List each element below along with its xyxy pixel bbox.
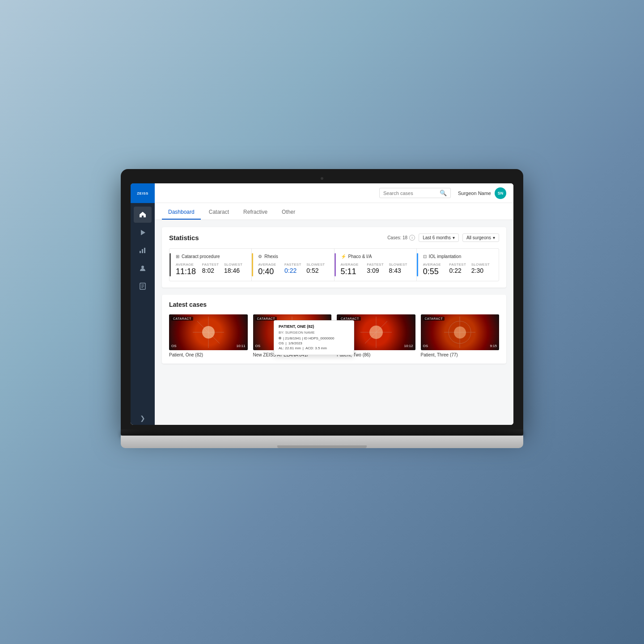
tooltip-eye-row: OS | 1/9/2023 [279,341,349,345]
phaco-name: Phaco & I/A [348,254,372,259]
logo-text: ZEISS [137,191,148,195]
sidebar-item-notes[interactable] [134,278,152,294]
metric-card-cataract: ⊞ Cataract procedure AVERAGE 11:18 [169,249,251,281]
iol-name: IOL implantation [429,254,461,259]
tab-dashboard[interactable]: Dashboard [162,205,201,220]
iol-avg-value: 0:55 [423,267,449,275]
user-name: Surgeon Name [458,191,491,196]
rhexis-avg-label: AVERAGE [258,263,284,267]
user-avatar[interactable]: SN [495,187,506,199]
sidebar-item-users[interactable] [134,260,152,276]
rhexis-slow-label: SLOWEST [306,263,327,267]
rhexis-title-row: ⚙ Rhexis [258,254,327,259]
case-4-duration: 9:15 [490,344,497,348]
sidebar-item-play[interactable] [134,225,152,241]
rhexis-name: Rhexis [264,254,278,259]
phaco-slow-value: 8:43 [389,267,410,274]
tab-refractive[interactable]: Refractive [237,205,274,220]
header: 🔍 Surgeon Name SN [155,183,513,203]
case-4-eye: OS [423,344,428,348]
sidebar-expand-button[interactable]: ❯ [131,411,155,425]
user-initials: SN [498,191,504,195]
case-4-badge: CATARACT [423,317,445,321]
tooltip-acd-separator: | [303,346,304,350]
svg-rect-0 [140,251,141,253]
rhexis-fastest: FASTEST 0:22 [284,263,305,275]
tooltip-eye: OS [279,341,284,345]
tab-cataract[interactable]: Cataract [203,205,235,220]
app-logo: ZEISS [131,183,155,203]
fast-label: FASTEST [202,263,223,267]
cases-label: Cases: 18 [387,235,407,240]
case-thumbnail-1: CATARACT OS 10:11 [169,314,248,350]
cataract-bar [169,253,171,276]
content-area: Statistics Cases: 18 i Last 6 months ▾ [155,220,513,425]
tabs-bar: Dashboard Cataract Refractive Other [155,203,513,220]
cataract-slowest: SLOWEST 18:46 [224,263,245,275]
iol-slowest: SLOWEST 2:30 [471,263,492,275]
search-icon[interactable]: 🔍 [440,190,447,196]
cataract-icon: ⊞ [176,254,179,259]
time-period-chevron: ▾ [453,235,455,240]
user-area: Surgeon Name SN [458,187,506,199]
phaco-slowest: SLOWEST 8:43 [389,263,410,275]
rhexis-slow-value: 0:52 [306,267,327,274]
latest-cases-title: Latest cases [169,301,499,308]
iol-avg-label: AVERAGE [423,263,449,267]
case-thumbnail-4: CATARACT OS 9:15 [421,314,500,350]
patient-tooltip: PATIENT, ONE (82) BY: SURGEON NAME | 21/… [274,320,354,355]
laptop-hinge [121,429,523,436]
phaco-avg-value: 5:11 [341,267,366,275]
phaco-icon: ⚡ [341,254,346,259]
sidebar-item-home[interactable] [134,207,152,223]
tooltip-measurements-row: AL: 22.61 mm | ACD: 3.5 mm [279,346,349,350]
sidebar-item-analytics[interactable] [134,242,152,258]
tooltip-dob: | 21/8/1941 | ID HDPS_0000000 [283,336,334,340]
case-1-badge: CATARACT [171,317,193,321]
fast-value: 8:02 [202,267,223,274]
stats-cases-count: Cases: 18 i [387,235,415,241]
rhexis-fast-value[interactable]: 0:22 [284,267,305,274]
case-card-1[interactable]: CATARACT OS 10:11 Patient, One (82) [169,314,248,357]
camera-dot [321,177,323,180]
cataract-title-row: ⊞ Cataract procedure [176,254,245,259]
sidebar-nav [134,203,152,411]
slow-value: 18:46 [224,267,245,274]
tooltip-dob-row: | 21/8/1941 | ID HDPS_0000000 [279,336,349,340]
slow-label: SLOWEST [224,263,245,267]
search-input[interactable] [383,191,437,196]
statistics-title: Statistics [169,234,387,242]
metrics-grid: ⊞ Cataract procedure AVERAGE 11:18 [169,248,499,281]
stats-header: Statistics Cases: 18 i Last 6 months ▾ [169,233,499,242]
iol-average: AVERAGE 0:55 [423,263,449,275]
svg-rect-1 [142,249,143,253]
statistics-card: Statistics Cases: 18 i Last 6 months ▾ [162,227,506,288]
tooltip-date-separator: | [286,341,287,345]
rhexis-icon: ⚙ [258,254,262,259]
phaco-avg-label: AVERAGE [341,263,366,267]
rhexis-slowest: SLOWEST 0:52 [306,263,327,275]
surgeon-filter-dropdown[interactable]: All surgeons ▾ [462,233,499,242]
tooltip-gender-icon [279,337,281,339]
surgeon-filter-label: All surgeons [466,235,491,240]
cases-info-icon[interactable]: i [409,235,415,241]
phaco-fast-label: FASTEST [367,263,388,267]
tooltip-by: BY: SURGEON NAME [279,330,349,335]
avg-label: AVERAGE [176,263,201,267]
iol-slow-value: 2:30 [471,267,492,274]
case-1-duration: 10:11 [236,344,245,348]
pupil-1 [202,326,215,339]
cataract-average: AVERAGE 11:18 [176,263,201,275]
cataract-name: Cataract procedure [182,254,220,259]
rhexis-bar [252,253,253,276]
search-container: 🔍 [379,188,451,198]
phaco-title-row: ⚡ Phaco & I/A [341,254,410,259]
time-period-dropdown[interactable]: Last 6 months ▾ [419,233,459,242]
iol-values: AVERAGE 0:55 FASTEST 0:22 SLOWEST [423,263,492,275]
iol-fast-value: 0:22 [449,267,470,274]
tooltip-patient-name: PATIENT, ONE (82) [279,324,349,329]
iol-slow-label: SLOWEST [471,263,492,267]
case-card-4[interactable]: CATARACT OS 9:15 Patient, Three (77) [421,314,500,357]
laptop-screen: ZEISS [131,183,513,425]
tab-other[interactable]: Other [275,205,301,220]
